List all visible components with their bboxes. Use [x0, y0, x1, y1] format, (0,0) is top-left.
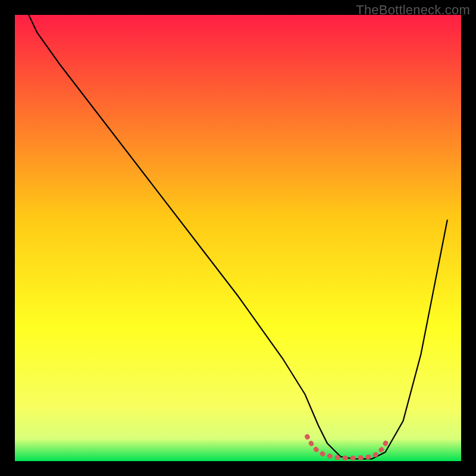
watermark-text: TheBottleneck.com [356, 2, 470, 18]
plot-background [15, 15, 461, 461]
bottleneck-chart [0, 0, 476, 476]
chart-container: TheBottleneck.com [0, 0, 476, 476]
